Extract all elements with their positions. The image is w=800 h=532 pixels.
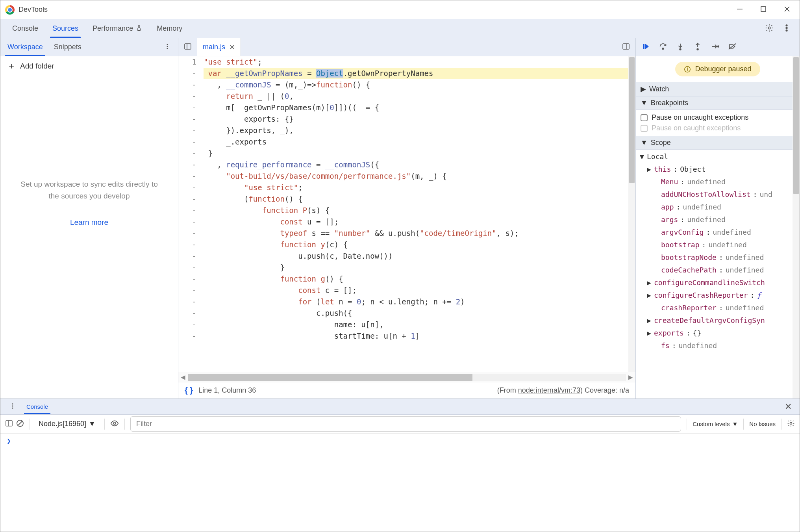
scope-var[interactable]: ▶configureCommandlineSwitch [640,276,797,289]
maximize-button[interactable] [759,5,767,14]
clear-console-icon[interactable] [16,419,24,428]
drawer-close-icon[interactable]: ✕ [781,402,796,412]
kebab-menu-icon[interactable] [782,24,791,33]
scope-var[interactable]: ▶this: Object [640,163,797,176]
svg-rect-33 [6,421,12,426]
drawer-tab-console[interactable]: Console [21,399,54,414]
settings-icon[interactable] [765,24,774,33]
chevron-down-icon: ▼ [89,420,96,428]
svg-point-31 [12,406,13,407]
scope-var[interactable]: crashReporter: undefined [640,302,797,314]
scope-section-header[interactable]: ▼ Scope [636,136,800,150]
issues-label[interactable]: No Issues [749,421,776,427]
step-into-icon[interactable] [676,42,685,52]
chevron-down-icon: ▼ [641,99,648,107]
scope-var[interactable]: args: undefined [640,213,797,226]
drawer-tabs: Console ✕ [0,399,800,415]
learn-more-link[interactable]: Learn more [20,217,158,228]
log-levels-dropdown[interactable]: Custom levels ▼ [693,421,738,427]
svg-point-4 [768,27,770,29]
workspace-message: Set up workspace to sync edits directly … [0,178,178,228]
svg-point-7 [786,30,787,32]
flask-icon [135,24,143,33]
chevron-down-icon: ▼ [641,139,648,147]
toggle-left-panel-icon[interactable] [178,43,197,52]
code-editor[interactable]: 1------------------------ "use strict"; … [178,56,635,372]
add-folder-button[interactable]: Add folder [0,56,178,76]
status-right: (From node:internal/vm:73) Coverage: n/a [497,386,629,395]
step-out-icon[interactable] [693,42,702,52]
cursor-position: Line 1, Column 36 [198,386,256,395]
svg-point-9 [167,46,168,47]
left-tab-workspace[interactable]: Workspace [2,38,48,56]
left-kebab-icon[interactable] [158,43,176,51]
close-button[interactable] [783,5,791,14]
step-icon[interactable] [711,42,719,52]
chevron-right-icon: ▶ [641,85,646,93]
svg-point-6 [786,27,787,29]
gutter: 1------------------------ [178,56,202,342]
tab-sources[interactable]: Sources [45,19,85,38]
toggle-right-panel-icon[interactable] [617,43,635,52]
right-vertical-scrollbar[interactable] [793,56,800,399]
console-drawer: Console ✕ Node.js[16960] ▼ Custom levels… [0,399,800,532]
devtools-window: DevTools Console Sources Performance Mem… [0,0,800,532]
scope-var[interactable]: bootstrapNode: undefined [640,251,797,264]
breakpoints-section-header[interactable]: ▼ Breakpoints [636,96,800,110]
toggle-sidebar-icon[interactable] [5,419,13,428]
watch-section-header[interactable]: ▶ Watch [636,82,800,96]
drawer-kebab-icon[interactable] [4,402,21,411]
tab-performance[interactable]: Performance [85,19,150,38]
execution-context-dropdown[interactable]: Node.js[16960] ▼ [35,418,99,430]
file-tabs-bar: main.js ✕ [178,38,635,56]
step-over-icon[interactable] [659,42,667,52]
pause-uncaught-checkbox-row[interactable]: Pause on uncaught exceptions [641,112,795,123]
console-filter-input[interactable] [130,416,681,432]
file-tab-mainjs[interactable]: main.js ✕ [197,38,241,56]
workspace-message-text: Set up workspace to sync edits directly … [20,178,158,202]
checkbox-icon [641,125,648,132]
svg-point-25 [717,46,719,47]
svg-rect-15 [623,44,629,49]
resume-icon[interactable] [641,42,650,52]
deactivate-breakpoints-icon[interactable] [728,42,737,52]
scope-var[interactable]: bootstrap: undefined [640,239,797,251]
checkbox-icon[interactable] [641,114,648,121]
live-expression-icon[interactable] [110,419,119,429]
scope-var[interactable]: ▶configureCrashReporter: ƒ [640,289,797,302]
left-tab-snippets[interactable]: Snippets [48,38,87,56]
close-file-icon[interactable]: ✕ [229,43,235,52]
file-tab-label: main.js [203,43,225,51]
scope-var[interactable]: app: undefined [640,201,797,213]
minimize-button[interactable] [736,5,744,14]
chevron-down-icon: ▼ [732,421,738,427]
console-body[interactable]: ❯ [0,434,800,532]
tab-performance-label: Performance [93,24,133,33]
scope-local-header[interactable]: ▼Local [640,150,797,163]
editor-vertical-scrollbar[interactable] [628,56,635,372]
scope-var[interactable]: addUNCHostToAllowlist: und [640,188,797,201]
editor-status-bar: { } Line 1, Column 36 (From node:interna… [178,382,635,399]
svg-point-21 [680,49,681,50]
scope-tree[interactable]: ▼Local ▶this: ObjectMenu: undefinedaddUN… [636,150,800,353]
svg-point-23 [697,49,698,50]
svg-rect-17 [643,44,644,49]
add-folder-label: Add folder [20,62,54,70]
tab-memory[interactable]: Memory [150,19,189,38]
console-settings-icon[interactable] [787,419,795,428]
scope-var[interactable]: codeCachePath: undefined [640,264,797,276]
titlebar: DevTools [0,0,800,19]
svg-point-30 [12,403,13,404]
scope-var[interactable]: Menu: undefined [640,176,797,188]
scope-var[interactable]: fs: undefined [640,339,797,352]
from-source-link[interactable]: node:internal/vm:73 [518,386,580,394]
svg-point-10 [167,48,168,49]
scope-var[interactable]: ▶createDefaultArgvConfigSyn [640,314,797,327]
pretty-print-icon[interactable]: { } [185,386,193,395]
scope-var[interactable]: ▶exports: {} [640,327,797,339]
scope-var[interactable]: argvConfig: undefined [640,226,797,239]
tab-console[interactable]: Console [5,19,45,38]
editor-horizontal-scrollbar[interactable]: ◀ ▶ [178,372,635,382]
code-area[interactable]: "use strict"; var __getOwnPropNames = Ob… [202,56,635,342]
drawer-toolbar: Node.js[16960] ▼ Custom levels ▼ No Issu… [0,415,800,434]
